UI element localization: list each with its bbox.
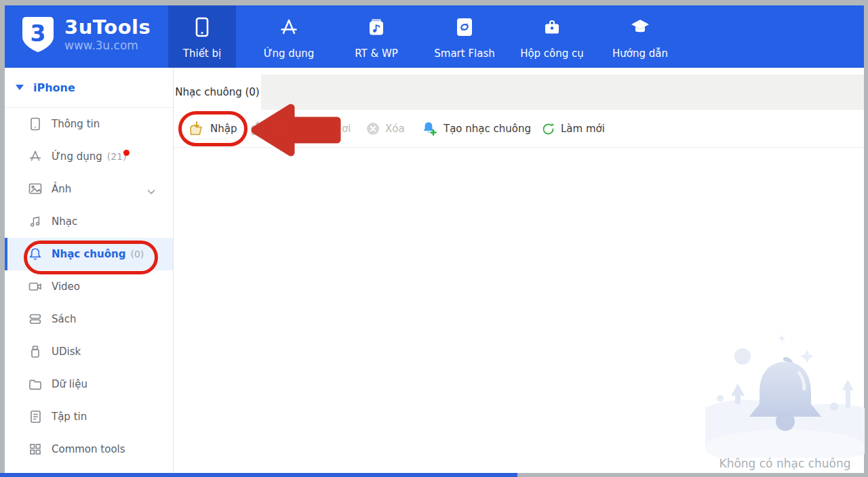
music-icon bbox=[28, 215, 42, 228]
screenshot-frame: 3 3uTools www.3u.com Thiết bị Ứng dụng R… bbox=[0, 0, 868, 477]
nav-tab-label: Hộp công cụ bbox=[508, 47, 596, 60]
appstore-icon bbox=[255, 16, 323, 38]
sidebar-item-label: UDisk bbox=[52, 346, 81, 358]
sidebar-item-common-tools[interactable]: Common tools bbox=[5, 433, 173, 465]
app-header: 3 3uTools www.3u.com Thiết bị Ứng dụng R… bbox=[5, 5, 864, 68]
sidebar-item-data[interactable]: Dữ liệu bbox=[5, 368, 173, 400]
create-ringtone-button[interactable]: Tạo nhạc chuông bbox=[422, 110, 531, 148]
nav-tab-apps[interactable]: Ứng dụng bbox=[255, 5, 323, 68]
ringtone-bell-icon bbox=[28, 247, 42, 261]
toolbox-icon bbox=[518, 16, 586, 38]
ringtone-toolbar: Nhập ơi Xóa Tạo nhạc chuông L bbox=[174, 110, 864, 148]
delete-label: Xóa bbox=[385, 123, 405, 135]
files-icon bbox=[28, 410, 42, 423]
nav-tab-label: Hướng dẫn bbox=[596, 47, 684, 60]
import-icon bbox=[189, 121, 205, 136]
device-name: iPhone bbox=[33, 81, 75, 94]
refresh-label: Làm mới bbox=[561, 123, 605, 135]
sidebar-item-label: Nhạc bbox=[52, 215, 77, 228]
common-tools-icon bbox=[28, 442, 42, 456]
nav-tab-label: Ứng dụng bbox=[245, 47, 333, 60]
books-icon bbox=[28, 312, 42, 326]
nav-tab-rt-wp[interactable]: RT & WP bbox=[342, 5, 410, 68]
covered-button-label-fragment: ơi bbox=[342, 110, 351, 148]
content-tabstrip: Nhạc chuông (0) bbox=[174, 75, 864, 110]
logo-badge-number: 3 bbox=[21, 18, 55, 50]
app-logo: 3 3uTools www.3u.com bbox=[21, 16, 151, 53]
import-label: Nhập bbox=[210, 123, 237, 135]
smartphone-icon bbox=[168, 16, 236, 38]
video-icon bbox=[28, 280, 42, 293]
sidebar-item-label: Dữ liệu bbox=[52, 378, 87, 390]
sidebar-item-label: Tập tin bbox=[52, 411, 87, 423]
nav-tab-device[interactable]: Thiết bị bbox=[168, 5, 236, 68]
chevron-down-icon bbox=[16, 85, 24, 90]
nav-tab-label: Smart Flash bbox=[420, 47, 509, 60]
apps-icon bbox=[28, 150, 42, 163]
nav-tab-label: RT & WP bbox=[332, 47, 420, 60]
graduation-cap-icon bbox=[606, 16, 674, 38]
nav-tab-smart-flash[interactable]: Smart Flash bbox=[431, 5, 498, 68]
sidebar: iPhone Thông tin Ứng dụng (21) Ảnh Nhạc … bbox=[5, 68, 174, 473]
notification-dot bbox=[123, 150, 130, 156]
sidebar-item-label: Common tools bbox=[52, 443, 125, 455]
chevron-down-icon[interactable] bbox=[147, 185, 155, 197]
nav-tab-toolbox[interactable]: Hộp công cụ bbox=[518, 5, 586, 68]
nav-tab-label: Thiết bị bbox=[158, 47, 246, 60]
delete-button[interactable]: Xóa bbox=[366, 110, 405, 148]
sidebar-item-label: Video bbox=[52, 281, 80, 293]
sidebar-item-udisk[interactable]: UDisk bbox=[5, 335, 173, 368]
photos-icon bbox=[28, 182, 42, 196]
udisk-icon bbox=[28, 345, 42, 358]
delete-icon bbox=[366, 122, 380, 136]
bell-add-icon bbox=[422, 121, 438, 136]
tab-ringtones[interactable]: Nhạc chuông (0) bbox=[174, 75, 261, 110]
refresh-icon bbox=[541, 122, 555, 136]
sidebar-item-books[interactable]: Sách bbox=[5, 303, 173, 335]
refresh-button[interactable]: Làm mới bbox=[541, 110, 605, 148]
app-title: 3uTools bbox=[64, 16, 151, 38]
item-count: (0) bbox=[130, 249, 144, 260]
sidebar-item-music[interactable]: Nhạc bbox=[5, 205, 173, 238]
sidebar-item-ringtones[interactable]: Nhạc chuông (0) bbox=[5, 238, 173, 270]
empty-state-message: Không có nhạc chuông bbox=[709, 457, 861, 470]
sidebar-item-photos[interactable]: Ảnh bbox=[5, 173, 173, 205]
flash-refresh-icon bbox=[431, 16, 498, 38]
empty-bell-illustration bbox=[705, 331, 865, 458]
sidebar-item-info[interactable]: Thông tin bbox=[5, 108, 173, 140]
ringtone-wallpaper-icon bbox=[342, 16, 410, 38]
bottom-progress-strip bbox=[0, 473, 517, 477]
nav-tab-guide[interactable]: Hướng dẫn bbox=[606, 5, 674, 68]
device-info-icon bbox=[28, 117, 42, 131]
sidebar-item-video[interactable]: Video bbox=[5, 270, 173, 303]
app-subtitle: www.3u.com bbox=[64, 38, 151, 53]
logo-shield-icon: 3 bbox=[21, 16, 55, 53]
data-folder-icon bbox=[28, 377, 42, 391]
sidebar-device-selector[interactable]: iPhone bbox=[5, 68, 173, 108]
sidebar-item-label: Nhạc chuông bbox=[52, 248, 125, 260]
export-icon bbox=[250, 121, 266, 136]
sidebar-item-apps[interactable]: Ứng dụng (21) bbox=[5, 140, 173, 173]
sidebar-item-files[interactable]: Tập tin bbox=[5, 400, 173, 433]
export-button[interactable] bbox=[250, 110, 271, 148]
sidebar-item-label: Sách bbox=[52, 313, 76, 325]
sidebar-item-label: Ảnh bbox=[52, 183, 71, 195]
sidebar-item-label: Ứng dụng bbox=[52, 150, 102, 163]
import-button[interactable]: Nhập bbox=[189, 110, 237, 148]
create-ringtone-label: Tạo nhạc chuông bbox=[443, 123, 531, 135]
sidebar-item-label: Thông tin bbox=[52, 118, 100, 130]
